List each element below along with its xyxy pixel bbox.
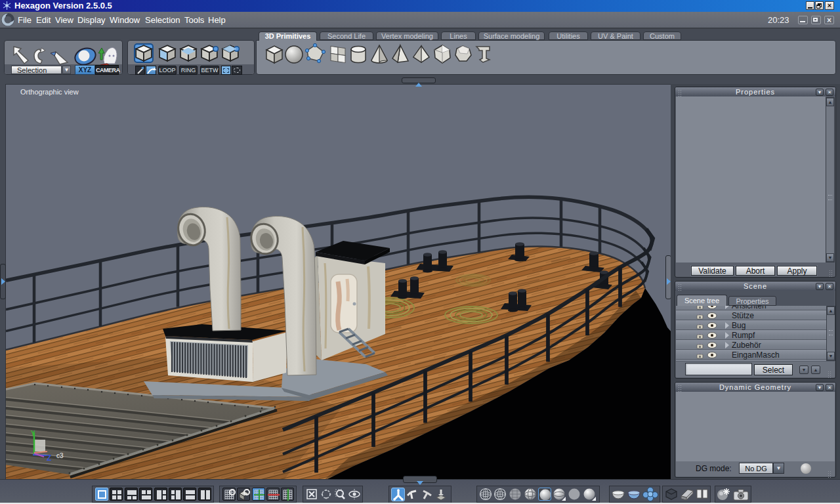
svg-text:Y: Y — [31, 430, 35, 437]
svg-text:c3: c3 — [56, 452, 64, 459]
svg-text:Z: Z — [47, 453, 51, 463]
